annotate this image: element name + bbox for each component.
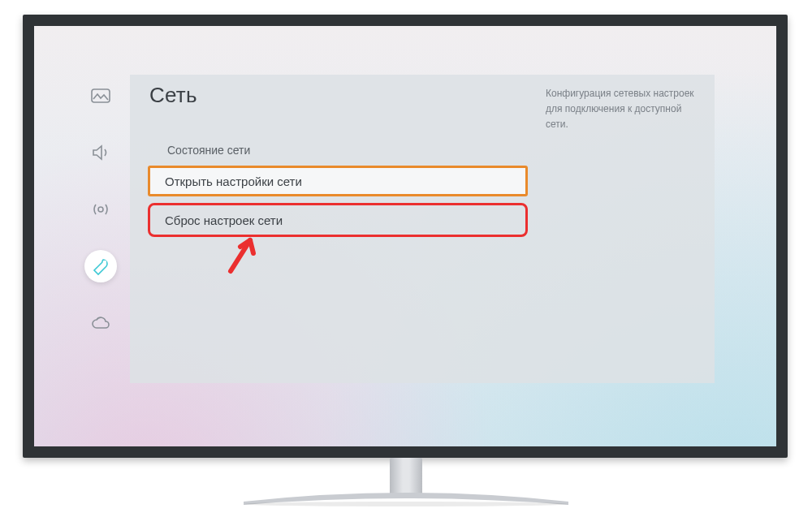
menu-item-reset-network[interactable]: Сброс настроек сети (148, 203, 528, 237)
tv-stand-base (244, 490, 568, 506)
cloud-icon (91, 314, 110, 332)
menu-item-label: Состояние сети (148, 144, 250, 157)
svg-point-3 (244, 502, 568, 506)
menu-item-label: Открыть настройки сети (150, 175, 302, 188)
sound-icon (91, 144, 110, 162)
sidebar-item-broadcast[interactable] (84, 193, 117, 226)
menu-item-network-status[interactable]: Состояние сети (148, 135, 528, 166)
wrench-icon (91, 256, 110, 276)
sidebar-item-sound[interactable] (84, 136, 117, 169)
sidebar-item-general[interactable] (84, 250, 117, 282)
sidebar-item-picture[interactable] (84, 80, 117, 112)
picture-icon (91, 88, 110, 103)
svg-point-1 (98, 207, 103, 212)
menu-item-open-network-settings[interactable]: Открыть настройки сети (148, 166, 528, 196)
sidebar-item-support[interactable] (84, 307, 117, 339)
settings-sidebar (84, 80, 117, 339)
menu-item-label: Сброс настроек сети (150, 213, 283, 227)
broadcast-icon (91, 200, 110, 219)
tv-bezel: Сеть Конфигурация сетевых настроек для п… (23, 15, 788, 458)
tv-screen: Сеть Конфигурация сетевых настроек для п… (34, 26, 776, 446)
panel-title: Сеть (149, 83, 197, 108)
svg-rect-0 (92, 89, 110, 102)
panel-description: Конфигурация сетевых настроек для подклю… (546, 86, 700, 133)
svg-point-2 (103, 261, 106, 264)
network-panel: Сеть Конфигурация сетевых настроек для п… (130, 75, 715, 383)
